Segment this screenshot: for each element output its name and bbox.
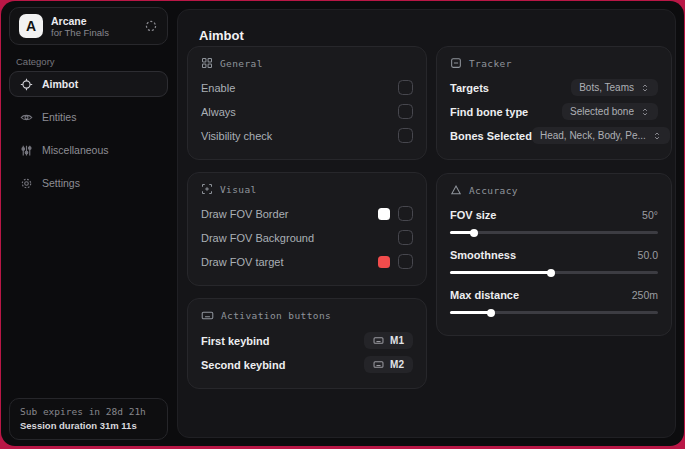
setting-label: Enable bbox=[201, 82, 235, 94]
card-title: Tracker bbox=[469, 58, 512, 69]
keybind-value: M2 bbox=[390, 359, 404, 370]
fov-border-checkbox[interactable] bbox=[398, 206, 413, 221]
card-title: Accuracy bbox=[469, 185, 518, 196]
sidebar-nav: Aimbot Entities Miscella bbox=[9, 71, 168, 203]
sidebar-item-label: Entities bbox=[42, 111, 76, 123]
setting-row-first-keybind: First keybind M1 bbox=[201, 329, 413, 352]
gear-icon bbox=[20, 177, 33, 190]
keybind-value: M1 bbox=[390, 335, 404, 346]
slider-track[interactable] bbox=[450, 311, 658, 314]
grid-icon bbox=[201, 57, 213, 69]
general-card: General Enable Always Visibility check bbox=[187, 46, 427, 160]
fov-target-color-swatch[interactable] bbox=[378, 256, 390, 268]
page-title: Aimbot bbox=[199, 28, 244, 43]
chevrons-up-down-icon bbox=[640, 107, 650, 117]
session-duration-text: Session duration 31m 11s bbox=[20, 420, 157, 431]
setting-label: FOV size bbox=[450, 209, 496, 221]
app-logo: A bbox=[19, 14, 43, 38]
tracker-card: Tracker Targets Bots, Teams Find bone bbox=[436, 46, 672, 160]
find-bone-type-select[interactable]: Selected bone bbox=[562, 103, 658, 120]
setting-row-fov-background: Draw FOV Background bbox=[201, 226, 413, 249]
max-distance-slider[interactable] bbox=[450, 311, 658, 314]
eye-icon bbox=[20, 111, 33, 124]
keyboard-icon bbox=[373, 359, 384, 370]
setting-label: Draw FOV Background bbox=[201, 232, 314, 244]
accuracy-card: Accuracy FOV size 50° Smoothness 50.0 bbox=[436, 173, 672, 336]
setting-row-fov-target: Draw FOV target bbox=[201, 250, 413, 273]
sidebar-item-entities[interactable]: Entities bbox=[9, 104, 168, 130]
crosshair-icon bbox=[20, 78, 33, 91]
frame-plus-icon bbox=[201, 183, 213, 195]
keyboard-icon bbox=[201, 309, 214, 322]
fov-background-checkbox[interactable] bbox=[398, 230, 413, 245]
visibility-check-checkbox[interactable] bbox=[398, 128, 413, 143]
setting-label: Find bone type bbox=[450, 106, 528, 118]
chevrons-up-down-icon bbox=[652, 131, 662, 141]
app-name: Arcane bbox=[51, 15, 136, 27]
setting-label: Targets bbox=[450, 82, 489, 94]
slider-fill[interactable] bbox=[450, 311, 492, 314]
setting-label: Max distance bbox=[450, 289, 519, 301]
setting-label: Smoothness bbox=[450, 249, 516, 261]
slider-track[interactable] bbox=[450, 231, 658, 234]
setting-label: Second keybind bbox=[201, 359, 285, 371]
first-keybind-button[interactable]: M1 bbox=[364, 332, 413, 349]
setting-row-always: Always bbox=[201, 100, 413, 123]
sidebar-item-label: Miscellaneous bbox=[42, 144, 109, 156]
fov-target-checkbox[interactable] bbox=[398, 254, 413, 269]
card-title: Visual bbox=[220, 184, 257, 195]
setting-row-max-distance: Max distance 250m bbox=[450, 283, 658, 306]
scan-box-icon bbox=[450, 57, 462, 69]
fov-size-slider[interactable] bbox=[450, 231, 658, 234]
slider-fill[interactable] bbox=[450, 271, 552, 274]
left-column: General Enable Always Visibility check bbox=[187, 46, 427, 389]
right-column: Tracker Targets Bots, Teams Find bone bbox=[436, 46, 672, 336]
sidebar-item-label: Settings bbox=[42, 177, 80, 189]
setting-label: Draw FOV Border bbox=[201, 208, 288, 220]
triangle-icon bbox=[450, 184, 462, 196]
setting-row-find-bone-type: Find bone type Selected bone bbox=[450, 100, 658, 123]
enable-checkbox[interactable] bbox=[398, 80, 413, 95]
sidebar-item-aimbot[interactable]: Aimbot bbox=[9, 71, 168, 97]
slider-fill[interactable] bbox=[450, 231, 475, 234]
setting-label: Bones Selected bbox=[450, 130, 532, 142]
slider-track[interactable] bbox=[450, 271, 658, 274]
app-subtitle: for The Finals bbox=[51, 27, 136, 38]
setting-row-visibility-check: Visibility check bbox=[201, 124, 413, 147]
sidebar-item-settings[interactable]: Settings bbox=[9, 170, 168, 196]
setting-row-enable: Enable bbox=[201, 76, 413, 99]
setting-row-smoothness: Smoothness 50.0 bbox=[450, 243, 658, 266]
targets-select[interactable]: Bots, Teams bbox=[571, 79, 658, 96]
keyboard-icon bbox=[373, 335, 384, 346]
subscription-card: Sub expires in 28d 21h Session duration … bbox=[9, 398, 168, 440]
sidebar-item-miscellaneous[interactable]: Miscellaneous bbox=[9, 137, 168, 163]
select-value: Head, Neck, Body, Pe... bbox=[540, 130, 646, 141]
setting-label: Draw FOV target bbox=[201, 256, 284, 268]
smoothness-slider[interactable] bbox=[450, 271, 658, 274]
setting-row-bones-selected: Bones Selected Head, Neck, Body, Pe... bbox=[450, 124, 658, 147]
max-distance-value: 250m bbox=[632, 289, 658, 301]
always-checkbox[interactable] bbox=[398, 104, 413, 119]
category-label: Category bbox=[16, 56, 55, 67]
chevrons-up-down-icon bbox=[640, 83, 650, 93]
bones-selected-select[interactable]: Head, Neck, Body, Pe... bbox=[532, 127, 670, 144]
setting-row-fov-border: Draw FOV Border bbox=[201, 202, 413, 225]
visual-card-header: Visual bbox=[201, 183, 413, 195]
card-title: General bbox=[220, 58, 263, 69]
sync-icon[interactable] bbox=[144, 19, 158, 33]
fov-border-color-swatch[interactable] bbox=[378, 208, 390, 220]
setting-label: Always bbox=[201, 106, 236, 118]
activation-card: Activation buttons First keybind M1 S bbox=[187, 298, 427, 389]
select-value: Selected bone bbox=[570, 106, 634, 117]
general-card-header: General bbox=[201, 57, 413, 69]
setting-row-targets: Targets Bots, Teams bbox=[450, 76, 658, 99]
setting-row-fov-size: FOV size 50° bbox=[450, 203, 658, 226]
brand-card: A Arcane for The Finals bbox=[9, 7, 168, 45]
sub-expiry-text: Sub expires in 28d 21h bbox=[20, 406, 157, 417]
second-keybind-button[interactable]: M2 bbox=[364, 356, 413, 373]
visual-card: Visual Draw FOV Border Draw FOV Backgrou… bbox=[187, 172, 427, 286]
sidebar-item-label: Aimbot bbox=[42, 78, 78, 90]
setting-row-second-keybind: Second keybind M2 bbox=[201, 353, 413, 376]
setting-label: First keybind bbox=[201, 335, 269, 347]
smoothness-value: 50.0 bbox=[638, 249, 658, 261]
